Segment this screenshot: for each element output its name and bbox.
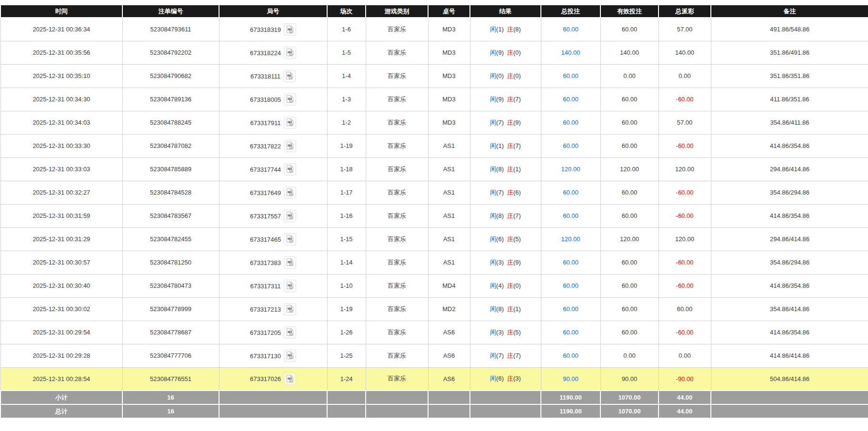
table-row: 2025-12-31 00:34:30 523084789136 6733180… <box>0 88 868 111</box>
video-file-icon <box>286 188 294 196</box>
cell-valid-bet: 60.00 <box>600 297 658 321</box>
video-replay-button[interactable] <box>284 23 296 36</box>
subtotal-count: 16 <box>122 391 219 404</box>
video-file-icon <box>286 304 294 313</box>
cell-payout: 140.00 <box>658 41 711 64</box>
banker-label: 庄 <box>507 142 513 149</box>
cell-payout: -90.00 <box>658 367 711 391</box>
cell-bet-no: 523084782455 <box>122 227 219 251</box>
total-total-bet: 1190.00 <box>541 404 600 418</box>
table-row: 2025-12-31 00:29:28 523084777706 6733171… <box>0 344 868 367</box>
cell-game-type: 百家乐 <box>366 134 428 157</box>
player-label: 闲 <box>490 282 496 289</box>
round-no-text: 673318005 <box>250 96 281 103</box>
video-replay-button[interactable] <box>284 210 296 222</box>
cell-time: 2025-12-31 00:31:29 <box>0 227 122 251</box>
video-replay-button[interactable] <box>284 47 296 59</box>
column-header-bet-no: 注单编号 <box>122 5 219 18</box>
subtotal-total-bet: 1190.00 <box>541 391 600 404</box>
cell-payout: -60.00 <box>658 88 711 111</box>
column-header-result: 结果 <box>470 5 541 18</box>
player-label: 闲 <box>490 212 496 219</box>
cell-table-no: AS1 <box>428 181 470 204</box>
round-no-text: 673317465 <box>250 235 281 243</box>
cell-total-bet[interactable]: 60.00 <box>541 251 600 274</box>
video-replay-button[interactable] <box>284 186 296 199</box>
round-no-text: 673317822 <box>250 142 281 149</box>
cell-total-bet[interactable]: 60.00 <box>541 297 600 321</box>
total-empty-table <box>428 404 470 418</box>
cell-session: 1-15 <box>327 227 366 251</box>
banker-label: 庄 <box>507 49 513 56</box>
banker-points: (5) <box>513 235 521 243</box>
total-label: 总计 <box>0 404 122 418</box>
cell-total-bet[interactable]: 90.00 <box>541 367 600 391</box>
video-replay-button[interactable] <box>284 372 296 385</box>
cell-game-type: 百家乐 <box>366 18 428 41</box>
video-replay-button[interactable] <box>284 93 296 106</box>
cell-total-bet[interactable]: 140.00 <box>541 41 600 64</box>
cell-total-bet[interactable]: 60.00 <box>541 274 600 297</box>
cell-total-bet[interactable]: 60.00 <box>541 344 600 367</box>
player-label: 闲 <box>490 189 496 196</box>
video-replay-button[interactable] <box>284 163 296 176</box>
cell-valid-bet: 0.00 <box>600 344 658 367</box>
video-replay-button[interactable] <box>284 117 296 129</box>
table-row: 2025-12-31 00:31:59 523084783567 6733175… <box>0 204 868 227</box>
cell-total-bet[interactable]: 60.00 <box>541 181 600 204</box>
video-replay-button[interactable] <box>284 256 296 269</box>
cell-total-bet[interactable]: 120.00 <box>541 227 600 251</box>
cell-total-bet[interactable]: 60.00 <box>541 64 600 88</box>
total-empty-game <box>366 404 428 418</box>
cell-remark: 354.86/294.86 <box>711 181 868 204</box>
table-row: 2025-12-31 00:30:40 523084780473 6733173… <box>0 274 868 297</box>
banker-points: (3) <box>513 375 521 382</box>
cell-round-no: 673317311 <box>219 274 327 297</box>
cell-total-bet[interactable]: 60.00 <box>541 18 600 41</box>
cell-payout: 57.00 <box>658 18 711 41</box>
player-label: 闲 <box>490 96 496 103</box>
video-file-icon <box>286 165 294 173</box>
video-replay-button[interactable] <box>283 70 296 82</box>
table-row: 2025-12-31 00:33:03 523084785889 6733177… <box>0 157 868 181</box>
cell-total-bet[interactable]: 60.00 <box>541 321 600 344</box>
cell-time: 2025-12-31 00:30:02 <box>0 297 122 321</box>
cell-session: 1-16 <box>327 204 366 227</box>
cell-result: 闲(1)庄(8) <box>470 18 541 41</box>
cell-valid-bet: 60.00 <box>600 88 658 111</box>
cell-remark: 414.86/354.86 <box>711 204 868 227</box>
cell-session: 1-19 <box>327 134 366 157</box>
cell-session: 1-3 <box>327 88 366 111</box>
cell-time: 2025-12-31 00:28:54 <box>0 367 122 391</box>
cell-result: 闲(7)庄(6) <box>470 181 541 204</box>
cell-total-bet[interactable]: 60.00 <box>541 111 600 134</box>
table-row: 2025-12-31 00:31:29 523084782455 6733174… <box>0 227 868 251</box>
banker-label: 庄 <box>507 235 513 243</box>
cell-total-bet[interactable]: 60.00 <box>541 204 600 227</box>
cell-total-bet[interactable]: 120.00 <box>541 157 600 181</box>
cell-time: 2025-12-31 00:32:27 <box>0 181 122 204</box>
subtotal-label: 小计 <box>0 391 122 404</box>
cell-result: 闲(8)庄(7) <box>470 204 541 227</box>
video-replay-button[interactable] <box>284 280 296 292</box>
subtotal-valid-bet: 1070.00 <box>600 391 658 404</box>
column-header-total-bet: 总投注 <box>541 5 600 18</box>
video-replay-button[interactable] <box>284 233 296 245</box>
banker-points: (5) <box>513 329 521 336</box>
video-replay-button[interactable] <box>284 140 296 152</box>
page-wrapper: 时间 注单编号 局号 场次 游戏类别 桌号 结果 总投注 有效投注 总派彩 备注… <box>0 0 868 419</box>
table-row: 2025-12-31 00:30:57 523084781250 6733173… <box>0 251 868 274</box>
cell-total-bet[interactable]: 60.00 <box>541 88 600 111</box>
video-replay-button[interactable] <box>284 326 296 339</box>
video-replay-button[interactable] <box>284 303 296 315</box>
video-file-icon <box>286 25 294 34</box>
cell-total-bet[interactable]: 60.00 <box>541 134 600 157</box>
player-label: 闲 <box>490 305 496 313</box>
cell-result: 闲(7)庄(9) <box>470 111 541 134</box>
player-label: 闲 <box>490 259 496 266</box>
player-points: (0) <box>496 72 504 79</box>
cell-valid-bet: 60.00 <box>600 134 658 157</box>
banker-points: (1) <box>513 166 521 173</box>
banker-label: 庄 <box>507 166 513 173</box>
video-replay-button[interactable] <box>284 350 296 362</box>
